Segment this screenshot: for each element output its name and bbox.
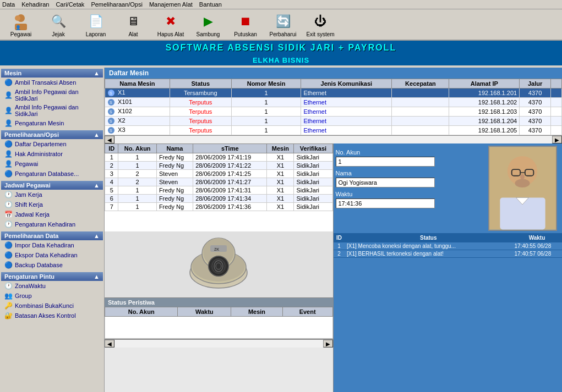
mesin-row[interactable]: S X101 Terputus 1 Ethernet 192.168.1.202… [105,98,562,107]
mesin-jenis: Ethernet [301,126,392,135]
mesin-row[interactable]: S X3 Terputus 1 Ethernet 192.168.1.205 4… [105,126,562,135]
peristiwa-track[interactable] [114,340,323,347]
putuskan-icon: ⏹ [236,12,255,31]
sidebar-item-impor[interactable]: 🔵 Impor Data Kehadiran [1,240,103,250]
sidebar-item-backup[interactable]: 🔵 Backup Database [1,260,103,270]
mesin-row[interactable]: S X1 Tersambung 1 Ethernet 192.168.1.201… [105,89,562,98]
absen-verifikasi: SidikJari [294,186,332,195]
mesin-jalur: 4370 [520,98,551,107]
mesin-jalur: 4370 [520,89,551,98]
absen-log-wrapper[interactable]: ID No. Akun Nama sTime Mesin Verifikasi … [105,143,333,231]
waktu-label: Waktu [336,191,484,197]
sidebar-item-batasan[interactable]: 🔐 Batasan Akses Kontrol [1,311,103,321]
absen-row[interactable]: 3 2 Steven 28/06/2009 17:41:25 X1 SidikJ… [105,170,333,178]
exit-button[interactable]: ⏻ Exit system [304,12,337,37]
svg-text:ZK: ZK [214,247,219,251]
peristiwa-scroll-right[interactable]: ▶ [323,340,333,347]
sidebar-item-pengaturan-mesin[interactable]: 👤 Pengaturan Mesin [1,118,103,128]
absen-row[interactable]: 6 1 Fredy Ng 28/06/2009 17:41:34 X1 Sidi… [105,195,333,203]
sambung-button[interactable]: ▶ Sambung [192,12,225,37]
absen-mesin: X1 [267,153,294,162]
sidebar-item-zona[interactable]: 🕐 ZonaWaktu [1,281,103,291]
left-lower: ID No. Akun Nama sTime Mesin Verifikasi … [105,143,334,392]
nama-input[interactable] [336,178,435,187]
absen-verifikasi: SidikJari [294,153,332,162]
sidebar-item-group[interactable]: 👥 Group [1,291,103,301]
sidebar-pintu-header[interactable]: Pengaturan Pintu ▲ [1,272,103,281]
mesin-row[interactable]: S X102 Terputus 1 Ethernet 192.168.1.203… [105,107,562,117]
col-id: ID [105,144,118,153]
waktu-input[interactable] [336,198,435,208]
svg-text:S: S [110,129,112,132]
sidebar-item-jam-kerja[interactable]: 🕐 Jam Kerja [1,190,103,200]
sidebar-item-kombinasi[interactable]: 🔑 Kombinasi BukaKunci [1,301,103,311]
absen-id: 2 [105,162,118,170]
sidebar-item-pengaturan-kehadiran[interactable]: 🕐 Pengaturan Kehadiran [1,219,103,229]
menu-bantuan[interactable]: Bantuan [199,1,222,8]
absen-mesin: X1 [267,178,294,186]
absen-row[interactable]: 1 1 Fredy Ng 28/06/2009 17:41:19 X1 Sidi… [105,153,333,162]
absen-no-akun: 1 [118,153,156,162]
mesin-table-wrapper[interactable]: Nama Mesin Status Nomor Mesin Jenis Komu… [105,79,562,135]
perbaharui-button[interactable]: 🔄 Perbaharui [266,12,299,37]
scroll-track[interactable] [114,136,552,143]
sidebar-item-jadwal-kerja[interactable]: 📅 Jadwal Kerja [1,209,103,219]
log-status: [X1] Mencoba koneksi dengan alat, tunggu… [345,242,512,250]
svg-point-33 [515,179,530,187]
jejak-button[interactable]: 🔍 Jejak [42,12,75,37]
menu-cari-cetak[interactable]: Cari/Cetak [56,1,84,8]
perbaharui-label: Perbaharui [270,31,297,37]
pegawai-button[interactable]: 👤 Pegawai [4,12,37,37]
menu-pemeliharaan[interactable]: Pemeliharaan/Opsi [91,1,143,8]
shift-kerja-icon: 🕐 [4,201,13,208]
sidebar-jadwal-header[interactable]: Jadwal Pegawai ▲ [1,181,103,190]
person-info-container: No. Akun Nama Waktu [334,143,563,233]
sidebar-item-ambil-info-1[interactable]: 👤 Ambil Info Pegawai dan SidikJari [1,87,103,103]
mesin-nomor: 1 [231,107,301,117]
sidebar-item-shift-kerja[interactable]: 🕐 Shift Kerja [1,200,103,209]
absen-row[interactable]: 2 1 Fredy Ng 28/06/2009 17:41:22 X1 Sidi… [105,162,333,170]
peristiwa-scroll-left[interactable]: ◀ [105,340,114,347]
absen-row[interactable]: 5 1 Fredy Ng 28/06/2009 17:41:31 X1 Sidi… [105,186,333,195]
absen-row[interactable]: 4 2 Steven 28/06/2009 17:41:27 X1 SidikJ… [105,178,333,186]
mesin-row[interactable]: S X2 Terputus 1 Ethernet 192.168.1.204 4… [105,117,562,126]
absen-stime: 28/06/2009 17:41:36 [193,203,267,211]
sidebar-item-ambil-info-2[interactable]: 👤 Ambil Info Pegawai dan SidikJari [1,103,103,118]
mesin-nomor: 1 [231,98,301,107]
alat-label: Alat [128,31,138,37]
alat-button[interactable]: 🖥 Alat [117,12,150,37]
menu-data[interactable]: Data [2,1,15,8]
sidebar-item-ambil-transaksi[interactable]: 🔵 Ambil Transaksi Absen [1,78,103,87]
sidebar-mesin-header[interactable]: Mesin ▲ [1,69,103,78]
sidebar-item-ekspor[interactable]: 🔵 Ekspor Data Kehadiran [1,250,103,260]
svg-point-32 [520,174,525,180]
fingerprint-device-svg: ZK [185,234,252,295]
menu-manajemen[interactable]: Manajemen Alat [149,1,193,8]
sidebar-pemdata-header[interactable]: Pemeliharaan Data ▲ [1,231,103,240]
mesin-row-icon: S [107,108,115,115]
log-status: [X1] BERHASIL terkoneksi dengan alat! [345,250,512,258]
absen-no-akun: 2 [118,170,156,178]
mesin-row-icon: S [107,126,115,134]
hapus-alat-button[interactable]: ✖ Hapus Alat [154,12,187,37]
sidebar-item-daftar-departemen[interactable]: 🔵 Daftar Departemen [1,139,103,149]
jam-kerja-icon: 🕐 [4,191,13,198]
absen-id: 7 [105,203,118,211]
putuskan-button[interactable]: ⏹ Putuskan [229,12,262,37]
no-akun-input[interactable] [336,157,435,167]
absen-no-akun: 1 [118,195,156,203]
scroll-left-btn[interactable]: ◀ [105,136,114,143]
menu-kehadiran[interactable]: Kehadiran [21,1,49,8]
lower-area: ID No. Akun Nama sTime Mesin Verifikasi … [105,143,562,392]
sidebar-pemeliharaan-header[interactable]: Pemeliharaan/Opsi ▲ [1,130,103,139]
absen-stime: 28/06/2009 17:41:22 [193,162,267,170]
scroll-right-btn[interactable]: ▶ [552,136,562,143]
sidebar-item-pengaturan-db[interactable]: 🔵 Pengaturan Database... [1,169,103,179]
sidebar-item-pegawai[interactable]: 👤 Pegawai [1,159,103,169]
sidebar-item-hak-admin[interactable]: 👤 Hak Administrator [1,149,103,159]
absen-row[interactable]: 7 1 Fredy Ng 28/06/2009 17:41:36 X1 Sidi… [105,203,333,211]
laporan-button[interactable]: 📄 Laporan [79,12,112,37]
sidebar-section-jadwal: Jadwal Pegawai ▲ 🕐 Jam Kerja 🕐 Shift Ker… [1,181,103,229]
svg-text:S: S [110,119,112,123]
absen-nama: Steven [156,178,193,186]
